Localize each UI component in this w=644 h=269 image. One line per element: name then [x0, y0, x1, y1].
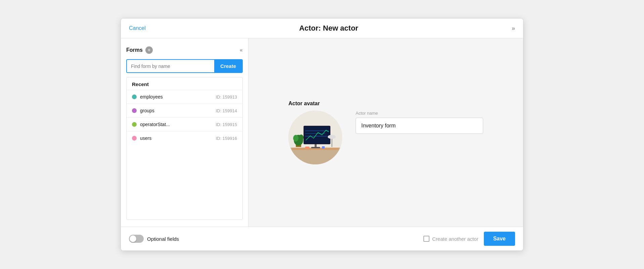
footer-right: Create another actor Save: [423, 232, 515, 246]
list-item[interactable]: users ID: 159916: [127, 131, 242, 145]
svg-rect-18: [322, 146, 325, 149]
search-input[interactable]: [127, 60, 214, 72]
expand-icon[interactable]: »: [512, 25, 515, 32]
optional-fields-label: Optional fields: [147, 236, 179, 242]
item-id: ID: 159914: [216, 108, 237, 113]
create-another-checkbox[interactable]: [423, 236, 429, 242]
avatar-label: Actor avatar: [288, 101, 320, 107]
svg-rect-17: [305, 147, 309, 149]
toggle-knob: [130, 235, 136, 242]
page-title: Actor: New actor: [299, 24, 358, 33]
svg-rect-9: [315, 144, 317, 147]
item-name: operatorStat...: [140, 122, 212, 127]
item-name: employees: [140, 94, 212, 100]
right-panel: Actor avatar: [248, 38, 523, 227]
list-item[interactable]: operatorStat... ID: 159915: [127, 117, 242, 131]
status-dot: [132, 136, 137, 141]
actor-content: Actor avatar: [288, 101, 483, 164]
optional-fields-toggle[interactable]: [129, 235, 144, 243]
forms-title-group: Forms +: [126, 46, 153, 54]
item-id: ID: 159915: [216, 122, 237, 127]
status-dot: [132, 122, 137, 127]
name-section: Actor name: [356, 101, 483, 134]
actor-name-input[interactable]: [356, 118, 483, 134]
cancel-button[interactable]: Cancel: [129, 25, 146, 31]
svg-point-14: [299, 134, 304, 141]
item-id: ID: 159913: [216, 94, 237, 100]
svg-rect-1: [288, 148, 342, 164]
item-name: users: [140, 136, 212, 141]
svg-rect-10: [311, 147, 320, 148]
recent-header: Recent: [127, 77, 242, 90]
modal-body: Forms + « Create Recent employees ID: 15…: [121, 38, 523, 227]
avatar[interactable]: [288, 111, 342, 164]
modal-footer: Optional fields Create another actor Sav…: [121, 227, 523, 251]
save-button[interactable]: Save: [484, 232, 515, 246]
create-another-checkbox-label[interactable]: Create another actor: [423, 236, 478, 242]
actor-name-label: Actor name: [356, 111, 483, 116]
item-id: ID: 159916: [216, 136, 237, 141]
modal: Cancel Actor: New actor » Forms + « Crea…: [121, 18, 523, 251]
forms-header: Forms + «: [126, 45, 243, 55]
search-row: Create: [126, 59, 243, 73]
svg-point-13: [293, 135, 298, 142]
status-dot: [132, 94, 137, 99]
create-button[interactable]: Create: [214, 60, 242, 72]
avatar-section: Actor avatar: [288, 101, 342, 164]
list-item[interactable]: employees ID: 159913: [127, 90, 242, 104]
svg-point-16: [328, 135, 336, 139]
forms-title: Forms: [126, 47, 143, 53]
create-another-label: Create another actor: [432, 236, 478, 242]
left-panel: Forms + « Create Recent employees ID: 15…: [121, 38, 248, 227]
item-name: groups: [140, 108, 212, 113]
status-dot: [132, 108, 137, 113]
svg-rect-5: [304, 126, 330, 144]
add-form-button[interactable]: +: [145, 46, 153, 54]
collapse-icon[interactable]: «: [240, 47, 243, 53]
recent-section: Recent employees ID: 159913 groups ID: 1…: [126, 77, 243, 220]
optional-fields-section: Optional fields: [129, 235, 179, 243]
modal-header: Cancel Actor: New actor »: [121, 18, 523, 38]
list-item[interactable]: groups ID: 159914: [127, 104, 242, 117]
avatar-image: [288, 111, 342, 164]
svg-rect-15: [331, 138, 332, 147]
